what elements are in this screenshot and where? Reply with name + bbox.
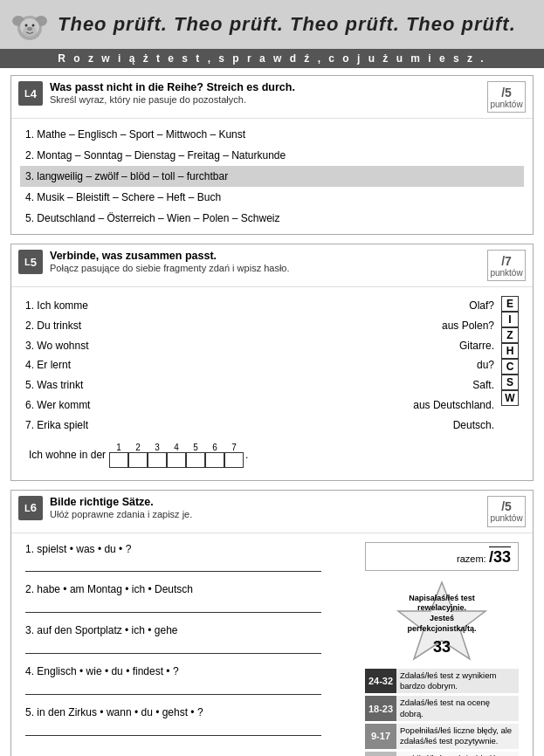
answer-line [25, 560, 321, 572]
matching-mid-item: Saft. [393, 375, 494, 395]
rating-text: Popełniłaś/łeś liczne błędy, ale zdałaś/… [396, 724, 519, 749]
section-l6-title: Bilde richtige Sätze. [50, 496, 484, 508]
rating-score: 9-17 [365, 724, 396, 749]
svg-point-5 [25, 24, 28, 27]
section-l5-score-label: punktów [490, 268, 522, 278]
section-l5-body: 1. Ich komme 2. Du trinkst 3. Wo wohnst … [11, 287, 533, 480]
sentence-item: 1. spielst • was • du • ? [25, 542, 355, 573]
section-l4-score-label: punktów [490, 100, 522, 109]
wohne-box [148, 452, 167, 468]
list-item: 7. Erika spielt [25, 416, 393, 436]
header-title: Theo prüft. Theo prüft. Theo prüft. Theo… [58, 13, 516, 36]
wohne-num: 6 [205, 443, 224, 452]
section-l5-title-block: Verbinde, was zusammen passt. Połącz pas… [50, 250, 484, 273]
section-l4-number: 4 [31, 87, 37, 100]
rating-bar-9-17: 9-17 Popełniłaś/łeś liczne błędy, ale zd… [365, 724, 519, 749]
list-item: 4. Musik – Bleistift – Schere – Heft – B… [20, 187, 524, 208]
rating-bar-0-8: 0-8 Zrobiłaś/łeś za dużo błędów. Powtórz… [365, 752, 519, 756]
list-item: 2. Montag – Sonntag – Dienstag – Freitag… [20, 145, 524, 166]
matching-mid-item: Gitarre. [393, 336, 494, 356]
matching-mid: Olaf? aus Polen? Gitarre. du? Saft. aus … [393, 296, 498, 436]
list-item: 4. Er lernt [25, 355, 393, 375]
answer-line [25, 642, 321, 654]
rating-score: 18-23 [365, 696, 396, 721]
sentence-text: 1. spielst • was • du • ? [25, 542, 355, 557]
matching-mid-item: Deutsch. [393, 416, 494, 436]
wohne-box [109, 452, 128, 468]
rating-text: Zdałaś/łeś test na ocenę dobrą. [396, 696, 519, 721]
list-item: 3. Wo wohnst [25, 336, 393, 356]
sentence-text: 2. habe • am Montag • ich • Deutsch [25, 582, 355, 597]
wohne-num: 4 [167, 443, 186, 452]
list-item: 5. Deutschland – Österreich – Wien – Pol… [20, 208, 524, 229]
wohne-box-group: 1 [109, 443, 128, 468]
matching-left: 1. Ich komme 2. Du trinkst 3. Wo wohnst … [25, 296, 393, 436]
rating-score: 0-8 [365, 752, 396, 756]
list-item: 6. Wer kommt [25, 395, 393, 416]
wohne-num: 1 [109, 443, 128, 452]
section-l6-title-block: Bilde richtige Sätze. Ułóż poprawne zdan… [50, 496, 484, 519]
wohne-box-group: 7 [224, 443, 244, 468]
section-l6-letter: L [24, 503, 31, 513]
sentence-item: 5. in den Zirkus • wann • du • gehst • ? [25, 705, 355, 736]
section-l6-score-label: punktów [490, 513, 522, 523]
section-l5-header: L 5 Verbinde, was zusammen passt. Połącz… [11, 244, 533, 287]
section-l4-body: 1. Mathe – Englisch – Sport – Mittwoch –… [11, 119, 533, 234]
section-l6-score-value: /5 [501, 499, 512, 513]
section-l4-title: Was passt nicht in die Reihe? Streich es… [50, 81, 484, 93]
section-l4-title-block: Was passt nicht in die Reihe? Streich es… [50, 81, 484, 105]
rating-bar-18-23: 18-23 Zdałaś/łeś test na ocenę dobrą. [365, 696, 519, 721]
list-item: 3. langweilig – zwölf – blöd – toll – fu… [20, 166, 524, 187]
section-l4-subtitle: Skreśl wyraz, który nie pasuje do pozost… [50, 94, 484, 105]
matching-mid-item: aus Deutschland. [393, 395, 494, 416]
wohne-boxes: 1 2 3 4 5 [109, 443, 244, 468]
matching-answer-row: W [498, 390, 519, 406]
matching-mid-item: aus Polen? [393, 316, 494, 336]
koala-mascot [9, 3, 51, 45]
section-l4-score: /5 punktów [487, 81, 526, 113]
wohne-num: 2 [128, 443, 148, 452]
main-content: L 4 Was passt nicht in die Reihe? Streic… [0, 68, 544, 756]
wohne-box [128, 452, 148, 468]
wohne-row: Ich wohne in der 1 2 3 4 [20, 439, 524, 475]
matching-container: 1. Ich komme 2. Du trinkst 3. Wo wohnst … [20, 292, 524, 439]
sentence-text: 3. auf den Sportplatz • ich • gehe [25, 623, 355, 638]
matching-mid-item: du? [393, 355, 494, 375]
l6-container: 1. spielst • was • du • ? 2. habe • am M… [20, 539, 524, 756]
section-l5-number: 5 [31, 256, 37, 269]
header: Theo prüft. Theo prüft. Theo prüft. Theo… [0, 0, 544, 49]
answer-box-7: W [501, 390, 519, 406]
wohne-box-group: 6 [205, 443, 224, 468]
matching-right: E I Z H C S [498, 296, 519, 436]
section-l6-score: /5 punktów [487, 496, 526, 527]
sentence-text: 5. in den Zirkus • wann • du • gehst • ? [25, 705, 355, 720]
svg-point-6 [32, 24, 35, 27]
wohne-num: 3 [148, 443, 167, 452]
section-l6-number: 6 [31, 501, 37, 514]
section-l4: L 4 Was passt nicht in die Reihe? Streic… [10, 75, 534, 235]
wohne-box-group: 5 [186, 443, 205, 468]
section-l5-score-value: /7 [501, 254, 512, 268]
answer-line [25, 724, 321, 736]
sentence-item: 3. auf den Sportplatz • ich • gehe [25, 623, 355, 654]
section-l5: L 5 Verbinde, was zusammen passt. Połącz… [10, 244, 534, 481]
l6-right: razem: /33 Napisałaś/łeś test rewelacyjn… [360, 539, 524, 756]
score-summary: razem: /33 [365, 542, 519, 571]
subtitle-bar: R o z w i ą ż t e s t , s p r a w d ź , … [0, 49, 544, 68]
rating-bars: 24-32 Zdałaś/łeś test z wynikiem bardzo … [365, 669, 519, 756]
section-l5-subtitle: Połącz pasujące do siebie fragmenty zdań… [50, 263, 484, 273]
wohne-period: . [245, 449, 248, 461]
rating-bar-24-32: 24-32 Zdałaś/łeś test z wynikiem bardzo … [365, 669, 519, 694]
section-l4-label: L 4 [18, 81, 43, 106]
section-l4-score-value: /5 [501, 86, 512, 100]
section-l6-label: L 6 [18, 496, 43, 520]
sentence-text: 4. Englisch • wie • du • findest • ? [25, 664, 355, 679]
star-score: 33 [433, 638, 451, 656]
section-l5-label: L 5 [18, 250, 43, 274]
sentence-item: 2. habe • am Montag • ich • Deutsch [25, 582, 355, 613]
wohne-num: 5 [186, 443, 205, 452]
sentence-item: 4. Englisch • wie • du • findest • ? [25, 664, 355, 695]
svg-point-7 [27, 27, 32, 31]
section-l5-score: /7 punktów [487, 250, 526, 281]
list-item: 1. Ich komme [25, 296, 393, 316]
